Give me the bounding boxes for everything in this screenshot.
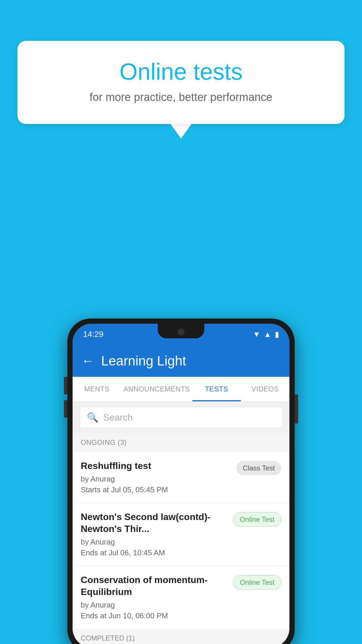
test-info-1: Reshuffling test by Anurag Starts at Jul… — [81, 460, 236, 494]
test-badge-2: Online Test — [233, 512, 281, 527]
signal-icon: ▲ — [264, 330, 271, 339]
toolbar-title: Learning Light — [101, 353, 186, 369]
test-badge-3: Online Test — [233, 575, 281, 590]
app-toolbar: ← Learning Light — [73, 345, 289, 377]
bubble-subtitle: for more practice, better performance — [41, 91, 321, 104]
tab-ments[interactable]: MENTS — [73, 377, 121, 401]
volume-up-button — [64, 377, 67, 394]
test-info-3: Conservation of momentum-Equilibrium by … — [81, 574, 233, 620]
phone-outer: 14:29 ▼ ▲ ▮ ← Learning Light MENTS ANNOU… — [67, 318, 295, 644]
phone-mockup: 14:29 ▼ ▲ ▮ ← Learning Light MENTS ANNOU… — [67, 318, 295, 644]
test-title-3: Conservation of momentum-Equilibrium — [81, 574, 227, 598]
speech-bubble: Online tests for more practice, better p… — [17, 41, 345, 124]
test-date-1: Starts at Jul 05, 05:45 PM — [81, 485, 231, 494]
search-icon: 🔍 — [87, 412, 99, 423]
test-title-1: Reshuffling test — [81, 460, 231, 472]
test-title-2: Newton's Second law(contd)-Newton's Thir… — [81, 511, 227, 535]
bubble-arrow — [171, 124, 191, 139]
wifi-icon: ▼ — [253, 330, 261, 339]
status-bar: 14:29 ▼ ▲ ▮ — [73, 324, 289, 345]
ongoing-section-header: ONGOING (3) — [73, 433, 289, 452]
tab-announcements[interactable]: ANNOUNCEMENTS — [121, 377, 192, 401]
test-date-3: Ends at Jun 10, 06:00 PM — [81, 611, 227, 620]
camera — [177, 328, 185, 336]
test-author-3: by Anurag — [81, 601, 227, 610]
test-item-2[interactable]: Newton's Second law(contd)-Newton's Thir… — [73, 503, 289, 566]
status-time: 14:29 — [83, 330, 103, 339]
status-icons: ▼ ▲ ▮ — [253, 330, 279, 339]
test-list: Reshuffling test by Anurag Starts at Jul… — [73, 452, 289, 629]
back-button[interactable]: ← — [81, 354, 94, 368]
tabs-bar: MENTS ANNOUNCEMENTS TESTS VIDEOS — [73, 377, 289, 402]
test-badge-1: Class Test — [236, 461, 281, 475]
bubble-title: Online tests — [41, 58, 321, 85]
volume-down-button — [64, 400, 67, 418]
completed-section-header: COMPLETED (1) — [73, 629, 289, 644]
speech-bubble-section: Online tests for more practice, better p… — [17, 41, 345, 139]
test-author-1: by Anurag — [81, 475, 231, 484]
search-placeholder: Search — [103, 412, 133, 423]
power-button — [295, 394, 298, 424]
phone-screen: 14:29 ▼ ▲ ▮ ← Learning Light MENTS ANNOU… — [73, 324, 289, 644]
test-author-2: by Anurag — [81, 538, 227, 547]
test-date-2: Ends at Jul 06, 10:45 AM — [81, 548, 227, 557]
test-info-2: Newton's Second law(contd)-Newton's Thir… — [81, 511, 233, 557]
battery-icon: ▮ — [275, 330, 279, 339]
search-container: 🔍 Search — [73, 402, 289, 433]
test-item-1[interactable]: Reshuffling test by Anurag Starts at Jul… — [73, 452, 289, 503]
tab-videos[interactable]: VIDEOS — [241, 377, 289, 401]
test-item-3[interactable]: Conservation of momentum-Equilibrium by … — [73, 566, 289, 629]
notch — [158, 324, 204, 338]
tab-tests[interactable]: TESTS — [192, 377, 241, 401]
search-bar[interactable]: 🔍 Search — [80, 407, 282, 428]
